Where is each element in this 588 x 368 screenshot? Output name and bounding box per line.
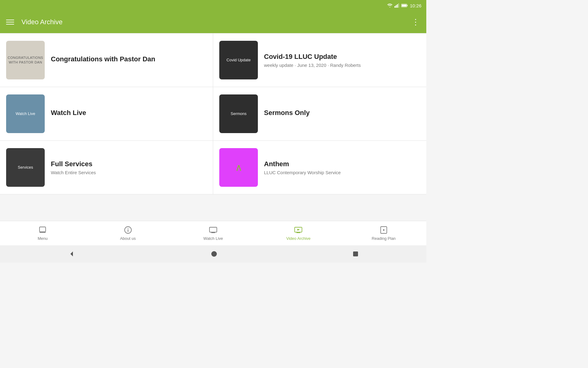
more-options-button[interactable]: ⋮ (412, 17, 420, 27)
svg-rect-3 (398, 3, 399, 8)
thumbnail-sermons: Sermons (219, 94, 258, 133)
svg-rect-0 (394, 6, 395, 8)
list-item-full-services[interactable]: Services Full Services Watch Entire Serv… (0, 141, 213, 194)
item-info-full-services: Full Services Watch Entire Services (51, 160, 207, 175)
item-info-anthem: Anthem LLUC Contemporary Worship Service (264, 160, 420, 175)
nav-item-video-archive[interactable]: Video Archive (256, 226, 341, 241)
about-us-nav-icon (124, 226, 132, 234)
thumbnail-text-congratulations: CONGRATULATIONSWITH PASTOR DAN (6, 53, 45, 67)
svg-rect-2 (397, 4, 398, 8)
signal-icon (394, 3, 399, 8)
right-column: Covid Update Covid-19 LLUC Update weekly… (213, 33, 426, 194)
item-info-congratulations: Congratulations with Pastor Dan (51, 55, 207, 65)
content-grid: CONGRATULATIONSWITH PASTOR DAN Congratul… (0, 33, 426, 194)
item-subtitle-anthem: LLUC Contemporary Worship Service (264, 170, 420, 175)
nav-label-menu: Menu (38, 236, 48, 241)
nav-label-reading-plan: Reading Plan (372, 236, 396, 241)
list-item-anthem[interactable]: ∧ Anthem LLUC Contemporary Worship Servi… (213, 141, 426, 194)
thumbnail-text-watch-live: Watch Live (13, 109, 38, 119)
list-item-covid-update[interactable]: Covid Update Covid-19 LLUC Update weekly… (213, 33, 426, 87)
home-button[interactable] (211, 251, 217, 257)
thumbnail-covid: Covid Update (219, 41, 258, 79)
thumbnail-text-sermons: Sermons (228, 109, 249, 119)
recents-button[interactable] (353, 251, 358, 257)
nav-label-about-us: About us (120, 236, 136, 241)
wifi-icon (387, 3, 393, 8)
battery-icon (401, 4, 408, 7)
nav-label-video-archive: Video Archive (286, 236, 311, 241)
svg-rect-1 (396, 5, 397, 8)
svg-rect-12 (209, 227, 217, 232)
reading-plan-nav-icon (379, 226, 388, 234)
svg-rect-7 (40, 227, 46, 232)
app-bar-left: Video Archive (6, 18, 62, 26)
status-icons: 10:26 (387, 3, 421, 8)
thumbnail-congratulations: CONGRATULATIONSWITH PASTOR DAN (6, 41, 45, 79)
item-subtitle-covid-update: weekly update · June 13, 2020 · Randy Ro… (264, 63, 420, 68)
status-time: 10:26 (410, 3, 421, 8)
nav-item-about-us[interactable]: About us (85, 226, 170, 241)
item-info-sermons-only: Sermons Only (264, 109, 420, 119)
app-title: Video Archive (21, 18, 62, 26)
item-title-congratulations: Congratulations with Pastor Dan (51, 55, 207, 63)
left-column: CONGRATULATIONSWITH PASTOR DAN Congratul… (0, 33, 213, 194)
thumbnail-text-covid: Covid Update (224, 55, 253, 65)
back-button[interactable] (68, 250, 75, 258)
nav-label-watch-live: Watch Live (203, 236, 223, 241)
svg-point-11 (127, 228, 128, 229)
item-title-anthem: Anthem (264, 160, 420, 168)
status-bar: 10:26 (0, 0, 426, 11)
svg-rect-23 (353, 251, 358, 256)
svg-marker-21 (70, 251, 73, 256)
video-archive-nav-icon (294, 226, 303, 234)
hamburger-menu-button[interactable] (6, 20, 14, 25)
svg-point-22 (211, 251, 217, 257)
bottom-navigation: Menu About us Watch Live Video Archive (0, 221, 426, 245)
item-subtitle-full-services: Watch Entire Services (51, 170, 207, 175)
thumbnail-services: Services (6, 148, 45, 187)
item-title-covid-update: Covid-19 LLUC Update (264, 53, 420, 61)
list-item-watch-live[interactable]: Watch Live Watch Live (0, 87, 213, 141)
item-title-sermons-only: Sermons Only (264, 109, 420, 117)
thumbnail-watch-live: Watch Live (6, 94, 45, 133)
list-item-congratulations[interactable]: CONGRATULATIONSWITH PASTOR DAN Congratul… (0, 33, 213, 87)
list-item-sermons-only[interactable]: Sermons Sermons Only (213, 87, 426, 141)
menu-nav-icon (38, 226, 47, 234)
thumbnail-text-services: Services (15, 163, 36, 173)
system-navigation-bar (0, 245, 426, 263)
watch-live-nav-icon (209, 226, 217, 234)
nav-item-menu[interactable]: Menu (0, 226, 85, 241)
item-title-full-services: Full Services (51, 160, 207, 168)
item-info-watch-live: Watch Live (51, 109, 207, 119)
anthem-chevron-icon: ∧ (235, 162, 242, 173)
app-bar: Video Archive ⋮ (0, 11, 426, 33)
item-title-watch-live: Watch Live (51, 109, 207, 117)
nav-item-watch-live[interactable]: Watch Live (171, 226, 256, 241)
svg-rect-6 (402, 5, 407, 7)
svg-rect-5 (407, 5, 408, 6)
item-info-covid-update: Covid-19 LLUC Update weekly update · Jun… (264, 53, 420, 68)
nav-item-reading-plan[interactable]: Reading Plan (341, 226, 426, 241)
svg-marker-15 (297, 229, 300, 231)
thumbnail-anthem: ∧ (219, 148, 258, 187)
